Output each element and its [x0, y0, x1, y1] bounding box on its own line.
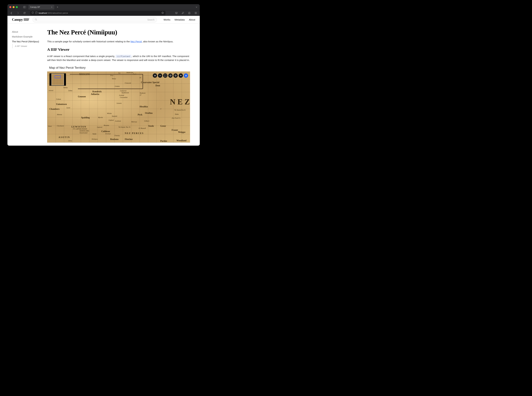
shield-icon	[32, 12, 34, 14]
map-label: LEWISTON	[71, 126, 86, 128]
map-label: Gaford	[109, 119, 114, 121]
map-label: Troy	[110, 74, 113, 76]
sidebar-item-about[interactable]: About	[12, 29, 45, 34]
map-label: Colton	[56, 98, 61, 100]
map-label: Former	[105, 133, 111, 135]
map-label: Staley	[63, 87, 68, 88]
map-label: Orofino	[145, 112, 153, 114]
map-label: Pardee	[160, 140, 167, 142]
sidebar-item-nez-perce[interactable]: The Nez Percé (Nimíipuu)	[12, 39, 45, 44]
devtools-icon[interactable]	[181, 11, 185, 15]
zoom-out-button[interactable]	[158, 73, 162, 78]
map-label: Greer	[160, 125, 166, 127]
map-label: Clarkston	[57, 125, 64, 127]
url-host: localhost	[39, 12, 47, 14]
map-label: Clearwater Special	[141, 81, 159, 84]
titlebar-right	[195, 6, 198, 8]
map-label: Genesee	[78, 95, 86, 98]
nav-metadata[interactable]: Metadata	[174, 18, 185, 21]
map-label: SCHOOL RES.	[80, 130, 89, 132]
maximize-window-button[interactable]	[16, 6, 18, 8]
new-tab-button[interactable]: +	[56, 6, 59, 9]
map-label: Summit	[112, 115, 117, 117]
map-label: Wilola	[107, 112, 112, 114]
map-label: Reubens	[110, 138, 118, 141]
map-label: Webb	[93, 133, 96, 135]
search-input[interactable]	[38, 18, 155, 21]
map-label: Linden	[115, 85, 120, 87]
map-label: Culdesac	[101, 130, 110, 133]
map-label: Chambers	[49, 108, 59, 111]
map-label: Woodland	[176, 139, 186, 142]
map-label: Myrtle	[98, 116, 103, 118]
section-heading: A IIIF Viewer	[47, 47, 190, 52]
tabs: Canopy IIIF × +	[29, 5, 59, 10]
app-header: Canopy IIIF Works Metadata About	[7, 16, 200, 23]
rotate-right-button[interactable]	[168, 73, 173, 78]
browser-tab[interactable]: Canopy IIIF ×	[29, 5, 54, 10]
intro-post: , also known as the Nimíipuu.	[142, 40, 173, 43]
chevron-down-icon[interactable]	[195, 6, 198, 8]
minimap[interactable]	[49, 73, 66, 86]
page-sidebar: About Markdown Example The Nez Percé (Ni…	[7, 23, 45, 146]
map-label: Gilbert	[144, 120, 149, 122]
browser-window: Canopy IIIF × + localhost:	[7, 4, 200, 146]
back-button[interactable]	[9, 11, 14, 15]
map-label: Sinot	[48, 125, 52, 127]
intro-paragraph: This a sample page for scholarly content…	[47, 40, 190, 43]
map-label: Leon	[67, 107, 70, 109]
reset-button[interactable]	[179, 73, 183, 78]
map-label: 35 Russell	[139, 127, 146, 129]
map-label: Lapwai	[97, 126, 102, 128]
map-label: Cameron	[120, 90, 127, 92]
svg-point-1	[35, 19, 36, 20]
reload-button[interactable]	[22, 11, 27, 15]
sidebar-toggle-icon[interactable]	[23, 6, 26, 8]
nav-about[interactable]: About	[189, 18, 195, 21]
forward-button[interactable]	[16, 11, 20, 15]
close-tab-icon[interactable]: ×	[51, 6, 53, 8]
menu-icon[interactable]	[194, 11, 198, 15]
sidebar-item-markdown[interactable]: Markdown Example	[12, 34, 45, 39]
sidebar-subitem-viewer[interactable]: A IIIF Viewer	[12, 44, 45, 48]
map-label: Uniontown	[56, 103, 67, 105]
address-bar[interactable]: localhost:5001/about/nez-perce	[30, 11, 166, 15]
minimap-thumbnail	[51, 74, 64, 85]
rotate-left-button[interactable]	[173, 73, 178, 78]
map-label: Leland	[119, 94, 124, 96]
map-label: 3	[160, 108, 161, 110]
search-icon	[35, 18, 37, 21]
logo[interactable]: Canopy IIIF	[12, 17, 29, 22]
iiif-viewer[interactable]: NEZ MOSCOW Troy Ivy Anderson Park Taney …	[47, 71, 190, 143]
map-label: NEZ	[170, 97, 190, 106]
zoom-in-button[interactable]	[153, 73, 157, 78]
map-label: Weippe	[178, 131, 185, 134]
map-label: 7th Stand. Par N.	[118, 126, 131, 128]
map-label: Taney	[112, 78, 116, 80]
page-icon	[35, 12, 37, 14]
pocket-icon[interactable]	[174, 11, 178, 15]
close-window-button[interactable]	[9, 6, 11, 8]
map-label: 39	[139, 77, 141, 79]
map-label: Kendrick	[93, 90, 102, 93]
map-label: Ivy	[118, 72, 120, 74]
nez-perce-link[interactable]: Nez Percé	[130, 40, 142, 43]
fullscreen-button[interactable]	[163, 73, 168, 78]
search-box[interactable]	[33, 17, 157, 23]
map-label: MOSCOW	[79, 73, 90, 76]
page-content: Canopy IIIF Works Metadata About About M…	[7, 16, 200, 146]
bookmark-icon[interactable]	[162, 12, 164, 15]
code-iiifcontent: iiifContent	[116, 55, 131, 58]
map-label: Fletcher	[125, 138, 133, 141]
close-viewer-button[interactable]	[184, 73, 188, 78]
nav-works[interactable]: Works	[163, 18, 170, 21]
titlebar: Canopy IIIF × +	[7, 4, 200, 10]
minimap-viewport-rect[interactable]	[55, 75, 61, 78]
extensions-icon[interactable]	[187, 11, 191, 15]
map-label: Anderson	[126, 71, 133, 73]
map-label: Jim Ford Cr.	[172, 117, 181, 119]
map-label: Johns	[68, 90, 72, 92]
minimize-window-button[interactable]	[13, 6, 15, 8]
page-title: The Nez Percé (Nimíipuu)	[47, 29, 190, 36]
map-label: Southwick	[121, 92, 129, 93]
